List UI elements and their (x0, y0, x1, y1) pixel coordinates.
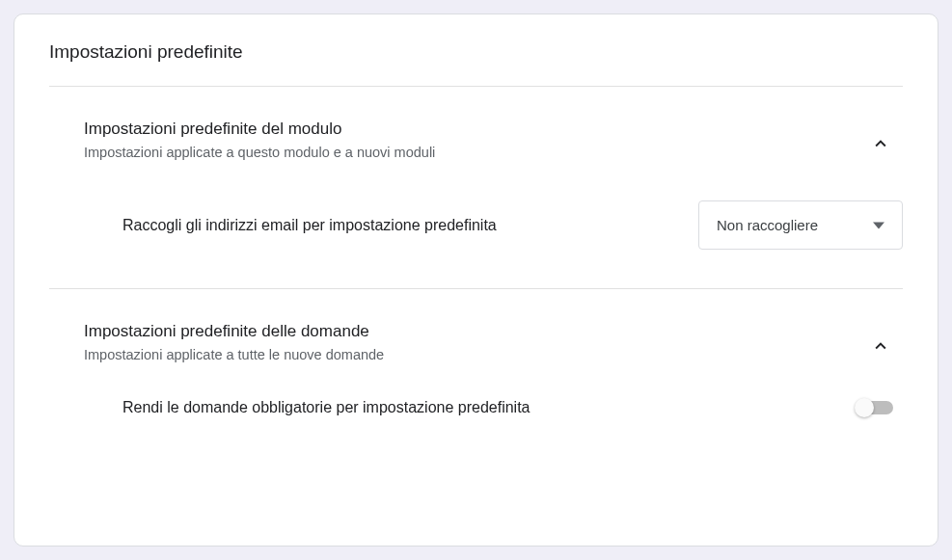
collect-email-select[interactable]: Non raccogliere (698, 200, 903, 250)
caret-down-icon (873, 220, 884, 231)
question-defaults-section: Impostazioni predefinite delle domande I… (49, 289, 903, 416)
section-title: Impostazioni predefinite del modulo (84, 120, 435, 139)
toggle-knob (855, 398, 874, 417)
required-default-row: Rendi le domande obbligatorie per impost… (122, 399, 903, 416)
section-body: Rendi le domande obbligatorie per impost… (49, 364, 903, 416)
select-value: Non raccogliere (717, 217, 818, 233)
form-defaults-section: Impostazioni predefinite del modulo Impo… (49, 87, 903, 289)
required-toggle[interactable] (857, 401, 893, 414)
section-titles: Impostazioni predefinite delle domande I… (84, 322, 384, 362)
section-subtitle: Impostazioni applicate a questo modulo e… (84, 145, 435, 160)
collect-email-row: Raccogli gli indirizzi email per imposta… (122, 200, 903, 250)
section-title: Impostazioni predefinite delle domande (84, 322, 384, 341)
row-label: Rendi le domande obbligatorie per impost… (122, 399, 530, 416)
collapse-button[interactable] (862, 328, 899, 364)
section-titles: Impostazioni predefinite del modulo Impo… (84, 120, 435, 160)
chevron-up-icon (870, 335, 891, 357)
chevron-up-icon (870, 133, 891, 154)
page-title: Impostazioni predefinite (49, 41, 903, 87)
collapse-button[interactable] (862, 125, 899, 162)
settings-card: Impostazioni predefinite Impostazioni pr… (14, 13, 938, 547)
question-defaults-header[interactable]: Impostazioni predefinite delle domande I… (49, 289, 903, 364)
form-defaults-header[interactable]: Impostazioni predefinite del modulo Impo… (49, 87, 903, 162)
row-label: Raccogli gli indirizzi email per imposta… (122, 217, 497, 234)
section-subtitle: Impostazioni applicate a tutte le nuove … (84, 347, 384, 362)
section-body: Raccogli gli indirizzi email per imposta… (49, 162, 903, 289)
